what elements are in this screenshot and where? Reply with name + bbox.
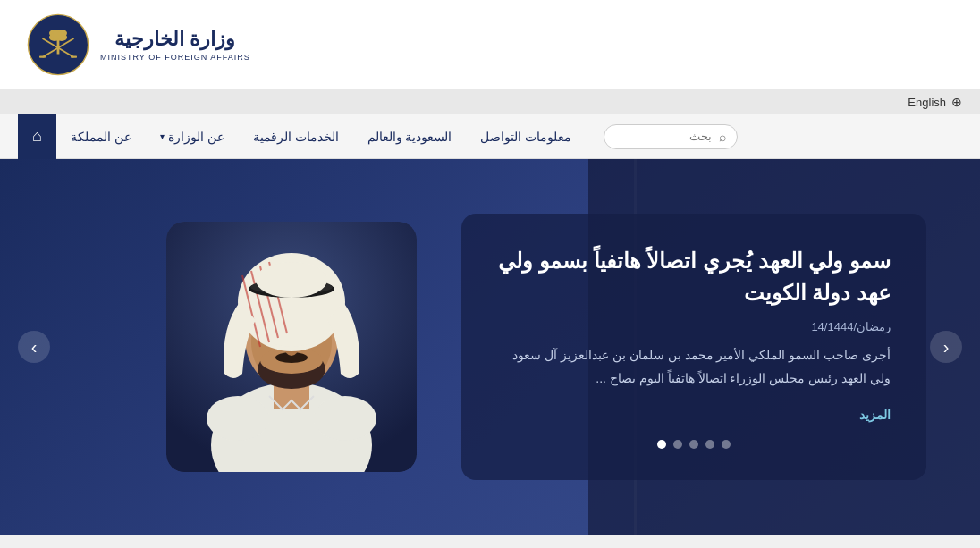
svg-point-38 <box>256 262 327 298</box>
chevron-right-icon: ‹ <box>943 337 950 358</box>
logo-area: وزارة الخارجية MINISTRY OF FOREIGN AFFAI… <box>27 13 250 76</box>
slide-excerpt: أجرى صاحب السمو الملكي الأمير محمد بن سل… <box>497 344 891 389</box>
svg-point-39 <box>207 396 269 441</box>
svg-rect-9 <box>39 55 46 57</box>
logo-subtitle: MINISTRY OF FOREIGN AFFAIRS <box>100 53 250 62</box>
nav-saudi-world[interactable]: السعودية والعالم <box>353 114 467 159</box>
svg-rect-10 <box>71 55 77 57</box>
slide-dot-5[interactable] <box>657 440 666 449</box>
language-bar: ⊕ English <box>0 89 980 114</box>
chevron-left-icon: › <box>31 337 38 358</box>
site-header: وزارة الخارجية MINISTRY OF FOREIGN AFFAI… <box>0 0 980 89</box>
nav-about-ministry[interactable]: عن الوزارة ▾ <box>146 114 239 159</box>
language-label[interactable]: English <box>908 96 946 109</box>
main-nav: ⌕ معلومات التواصل السعودية والعالم الخدم… <box>0 114 980 159</box>
slider-dots <box>497 440 891 449</box>
nav-digital-services[interactable]: الخدمات الرقمية <box>239 114 353 159</box>
ministry-emblem <box>27 13 89 76</box>
slide-date: 14/رمضان/1444 <box>497 320 891 333</box>
slide-dot-1[interactable] <box>722 440 731 449</box>
search-area: ⌕ <box>604 124 738 149</box>
search-box: ⌕ <box>604 124 738 149</box>
globe-icon: ⊕ <box>951 95 962 109</box>
slide-next-button[interactable]: ‹ <box>930 331 962 363</box>
slide-prev-button[interactable]: › <box>18 331 50 363</box>
nav-about-kingdom[interactable]: عن المملكة <box>56 114 146 159</box>
slide-dot-3[interactable] <box>689 440 698 449</box>
hero-section: › سمو ولي العهد يُجري اتصالاً هاتفياً بس… <box>0 159 980 535</box>
svg-point-40 <box>314 396 376 441</box>
chevron-down-icon: ▾ <box>160 131 165 141</box>
home-button[interactable]: ⌂ <box>18 114 56 159</box>
search-input[interactable] <box>615 130 712 143</box>
slide-title: سمو ولي العهد يُجري اتصالاً هاتفياً بسمو… <box>497 245 891 309</box>
read-more-link[interactable]: المزيد <box>497 408 891 422</box>
search-icon: ⌕ <box>719 130 726 144</box>
hero-image-container <box>157 222 426 472</box>
official-photo <box>166 222 417 472</box>
slide-dot-2[interactable] <box>705 440 714 449</box>
nav-contact-info[interactable]: معلومات التواصل <box>466 114 586 159</box>
slide-dot-4[interactable] <box>673 440 682 449</box>
slide-text-card: سمو ولي العهد يُجري اتصالاً هاتفياً بسمو… <box>461 214 926 479</box>
home-icon: ⌂ <box>32 127 42 146</box>
hero-content: سمو ولي العهد يُجري اتصالاً هاتفياً بسمو… <box>0 178 980 515</box>
person-portrait-svg <box>166 222 417 472</box>
logo-text: وزارة الخارجية <box>100 28 250 51</box>
